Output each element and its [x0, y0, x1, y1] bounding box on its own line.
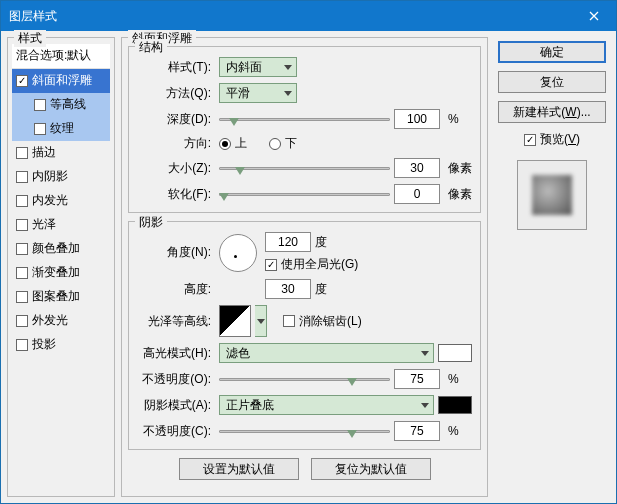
angle-unit: 度: [315, 234, 327, 251]
style-item-label: 内阴影: [32, 168, 68, 185]
shading-group: 阴影 角度(N): 度 使用全局光(G): [128, 221, 481, 450]
altitude-input[interactable]: [265, 279, 311, 299]
direction-up-radio[interactable]: [219, 138, 231, 150]
cancel-button[interactable]: 复位: [498, 71, 606, 93]
highlight-opacity-unit: %: [444, 372, 472, 386]
style-item-label: 渐变叠加: [32, 264, 80, 281]
depth-unit: %: [444, 112, 472, 126]
size-slider[interactable]: [219, 159, 390, 177]
titlebar: 图层样式: [1, 1, 616, 31]
style-list-item[interactable]: 等高线: [12, 93, 110, 117]
preview-checkbox[interactable]: [524, 134, 536, 146]
shadow-mode-label: 阴影模式(A):: [137, 397, 215, 414]
style-checkbox[interactable]: [34, 99, 46, 111]
size-unit: 像素: [444, 160, 472, 177]
angle-label: 角度(N):: [137, 244, 215, 261]
global-light-label: 使用全局光(G): [281, 256, 358, 273]
chevron-down-icon: [421, 403, 429, 408]
highlight-opacity-slider[interactable]: [219, 370, 390, 388]
style-checkbox[interactable]: [16, 75, 28, 87]
style-list-item[interactable]: 渐变叠加: [12, 261, 110, 285]
direction-label: 方向:: [137, 135, 215, 152]
style-item-label: 外发光: [32, 312, 68, 329]
size-label: 大小(Z):: [137, 160, 215, 177]
shadow-opacity-unit: %: [444, 424, 472, 438]
up-label: 上: [235, 135, 247, 152]
new-style-button[interactable]: 新建样式(W)...: [498, 101, 606, 123]
global-light-checkbox[interactable]: [265, 259, 277, 271]
ok-button[interactable]: 确定: [498, 41, 606, 63]
styles-group: 样式 混合选项:默认斜面和浮雕等高线纹理描边内阴影内发光光泽颜色叠加渐变叠加图案…: [7, 37, 115, 497]
depth-input[interactable]: [394, 109, 440, 129]
gloss-contour-label: 光泽等高线:: [137, 313, 215, 330]
style-list-item[interactable]: 光泽: [12, 213, 110, 237]
preview-box: [517, 160, 587, 230]
set-default-button[interactable]: 设置为默认值: [179, 458, 299, 480]
style-list-item[interactable]: 外发光: [12, 309, 110, 333]
style-list-item[interactable]: 斜面和浮雕: [12, 69, 110, 93]
reset-default-button[interactable]: 复位为默认值: [311, 458, 431, 480]
altitude-label: 高度:: [137, 281, 215, 298]
gloss-contour-dropdown[interactable]: [255, 305, 267, 337]
highlight-color-swatch[interactable]: [438, 344, 472, 362]
soften-label: 软化(F):: [137, 186, 215, 203]
style-list-item[interactable]: 纹理: [12, 117, 110, 141]
style-item-label: 颜色叠加: [32, 240, 80, 257]
technique-combo[interactable]: 平滑: [219, 83, 297, 103]
style-item-label: 投影: [32, 336, 56, 353]
depth-slider[interactable]: [219, 110, 390, 128]
antialias-checkbox[interactable]: [283, 315, 295, 327]
style-list-item[interactable]: 内阴影: [12, 165, 110, 189]
style-list-item[interactable]: 内发光: [12, 189, 110, 213]
style-checkbox[interactable]: [16, 315, 28, 327]
style-checkbox[interactable]: [16, 339, 28, 351]
style-checkbox[interactable]: [16, 171, 28, 183]
structure-group: 结构 样式(T): 内斜面 方法(Q): 平滑: [128, 46, 481, 213]
highlight-mode-combo[interactable]: 滤色: [219, 343, 434, 363]
style-item-label: 内发光: [32, 192, 68, 209]
style-checkbox[interactable]: [16, 291, 28, 303]
style-checkbox[interactable]: [16, 195, 28, 207]
style-combo[interactable]: 内斜面: [219, 57, 297, 77]
shadow-opacity-input[interactable]: [394, 421, 440, 441]
chevron-down-icon: [421, 351, 429, 356]
close-button[interactable]: [571, 1, 616, 31]
bevel-emboss-panel: 斜面和浮雕 结构 样式(T): 内斜面 方法(Q): 平滑: [121, 37, 488, 497]
direction-down-radio[interactable]: [269, 138, 281, 150]
window-title: 图层样式: [9, 8, 571, 25]
shading-title: 阴影: [135, 214, 167, 231]
shadow-opacity-label: 不透明度(C):: [137, 423, 215, 440]
style-checkbox[interactable]: [16, 243, 28, 255]
gloss-contour-swatch[interactable]: [219, 305, 251, 337]
blend-options-row[interactable]: 混合选项:默认: [12, 44, 110, 69]
style-checkbox[interactable]: [34, 123, 46, 135]
style-checkbox[interactable]: [16, 219, 28, 231]
highlight-mode-label: 高光模式(H):: [137, 345, 215, 362]
chevron-down-icon: [257, 319, 265, 324]
style-list-item[interactable]: 图案叠加: [12, 285, 110, 309]
shadow-opacity-slider[interactable]: [219, 422, 390, 440]
style-list-item[interactable]: 投影: [12, 333, 110, 357]
soften-slider[interactable]: [219, 185, 390, 203]
chevron-down-icon: [284, 65, 292, 70]
close-icon: [589, 11, 599, 21]
depth-label: 深度(D):: [137, 111, 215, 128]
style-item-label: 斜面和浮雕: [32, 72, 92, 89]
style-checkbox[interactable]: [16, 267, 28, 279]
shadow-mode-combo[interactable]: 正片叠底: [219, 395, 434, 415]
angle-input[interactable]: [265, 232, 311, 252]
soften-input[interactable]: [394, 184, 440, 204]
style-list-item[interactable]: 描边: [12, 141, 110, 165]
preview-label: 预览(V): [540, 131, 580, 148]
highlight-opacity-input[interactable]: [394, 369, 440, 389]
style-checkbox[interactable]: [16, 147, 28, 159]
shadow-color-swatch[interactable]: [438, 396, 472, 414]
style-item-label: 图案叠加: [32, 288, 80, 305]
angle-control[interactable]: [219, 234, 257, 272]
size-input[interactable]: [394, 158, 440, 178]
structure-title: 结构: [135, 39, 167, 56]
style-item-label: 描边: [32, 144, 56, 161]
technique-label: 方法(Q):: [137, 85, 215, 102]
altitude-unit: 度: [315, 281, 327, 298]
style-list-item[interactable]: 颜色叠加: [12, 237, 110, 261]
